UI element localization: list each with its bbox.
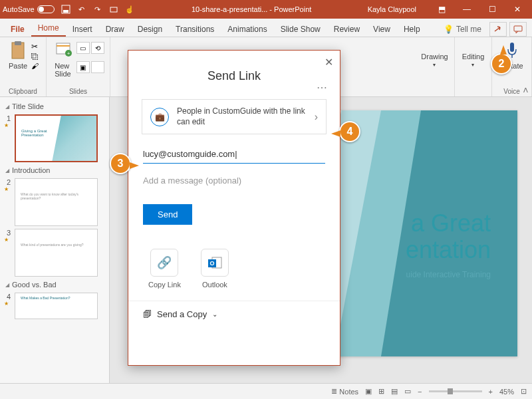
tab-draw[interactable]: Draw [99,22,131,37]
link-permissions-button[interactable]: 💼 People in CustomGuide with the link ca… [142,99,327,134]
send-link-dialog: ✕ Send Link ⋯ 💼 People in CustomGuide wi… [128,50,340,366]
send-a-copy-button[interactable]: 🗐 Send a Copy ⌄ [128,301,340,327]
zoom-in-button[interactable]: + [489,388,493,396]
copy-link-button[interactable]: 🔗 Copy Link [148,249,181,289]
dialog-more-icon[interactable]: ⋯ [317,81,328,94]
section-icon[interactable]: ▣ [76,61,90,73]
copy-icon[interactable]: ⿻ [31,53,39,61]
section-introduction[interactable]: Introduction [4,164,109,177]
normal-view-icon[interactable]: ▣ [365,387,372,396]
slide-subtitle: uide Interactive Training [406,270,491,279]
lightbulb-icon: 💡 [444,25,454,34]
tab-home[interactable]: Home [31,21,66,37]
tab-transitions[interactable]: Transitions [169,22,221,37]
format-painter-icon[interactable]: 🖌 [31,62,39,70]
svg-rect-3 [514,26,522,31]
new-slide-icon: + [54,41,72,61]
animation-star-icon: ★ [4,301,11,307]
link-icon: 🔗 [150,249,178,277]
redo-icon[interactable]: ↷ [92,3,104,15]
save-icon[interactable] [60,3,72,15]
zoom-out-button[interactable]: − [418,388,422,396]
thumb-number: 2 [4,178,11,186]
status-bar: ≣ Notes ▣ ⊞ ▤ ▭ − + 45% ⊡ [0,383,532,399]
dialog-close-button[interactable]: ✕ [325,56,333,68]
clipboard-icon [9,41,27,61]
paste-button[interactable]: Paste [7,39,29,71]
send-button[interactable]: Send [143,204,192,225]
outlook-icon: O [201,249,229,277]
window-options-icon[interactable]: ⬒ [430,0,454,19]
permission-text: People in CustomGuide with the link can … [177,106,307,127]
email-input[interactable]: lucy@customguide.com [143,145,325,164]
section-good-vs-bad[interactable]: Good vs. Bad [4,278,109,291]
layout-icon[interactable]: ▭ [76,42,90,54]
tab-insert[interactable]: Insert [66,22,99,37]
editing-button[interactable]: Editing▾ [461,51,486,69]
tab-design[interactable]: Design [131,22,169,37]
tab-file[interactable]: File [4,22,31,37]
chevron-right-icon: › [315,111,318,123]
reading-view-icon[interactable]: ▤ [391,387,398,396]
section-title-slide[interactable]: Title Slide [4,100,109,113]
callout-4: 4 [339,121,360,142]
slide-title: a Great entation [406,210,491,263]
maximize-icon[interactable]: ☐ [480,0,504,19]
slide-thumb-2[interactable]: What do you want to know after today's p… [15,178,98,226]
autosave-toggle[interactable]: AutoSave [3,5,55,13]
touch-icon[interactable]: ☝ [124,3,136,15]
thumb-number: 4 [4,293,11,301]
drawing-button[interactable]: Drawing▾ [420,51,449,69]
comments-button[interactable] [509,22,527,37]
animation-star-icon: ★ [4,237,11,243]
user-name[interactable]: Kayla Claypool [368,5,416,13]
cut-icon[interactable]: ✂ [31,42,39,51]
sorter-view-icon[interactable]: ⊞ [378,387,384,396]
tab-review[interactable]: Review [327,22,366,37]
slide-thumb-4[interactable]: What Makes a Bad Presentation? [15,293,98,319]
close-icon[interactable]: ✕ [505,0,529,19]
svg-text:+: + [66,51,70,57]
callout-2: 2 [491,53,512,74]
zoom-label[interactable]: 45% [499,388,514,396]
slide-thumbnails: Title Slide 1★ Giving a Great Presentati… [0,97,110,383]
group-label-slides: Slides [69,88,87,96]
title-center: 10-share-a-presentati... - PowerPoint [136,5,368,13]
thumb-number: 3 [4,229,11,237]
message-input[interactable]: Add a message (optional) [143,176,325,186]
svg-rect-5 [15,41,21,45]
undo-icon[interactable]: ↶ [76,3,88,15]
slide-thumb-3[interactable]: What kind of presentations are you givin… [15,229,98,277]
tell-me[interactable]: 💡Tell me [437,22,488,37]
dialog-title: Send Link [128,51,340,88]
zoom-slider[interactable] [429,390,482,392]
svg-text:O: O [209,260,214,267]
thumb-number: 1 [4,114,11,122]
svg-rect-2 [110,7,117,12]
callout-3: 3 [110,153,131,174]
tab-view[interactable]: View [366,22,397,37]
collapse-ribbon-icon[interactable]: ᐱ [523,86,528,94]
notes-button[interactable]: ≣ Notes [331,387,358,396]
ribbon-tabs: File Home Insert Draw Design Transitions… [0,19,532,37]
tab-animations[interactable]: Animations [221,22,273,37]
animation-star-icon: ★ [4,122,11,128]
reset-icon[interactable]: ⟲ [91,42,104,54]
share-button[interactable] [489,22,507,37]
minimize-icon[interactable]: — [455,0,479,19]
new-slide-button[interactable]: + New Slide [53,39,74,79]
fit-window-icon[interactable]: ⊡ [521,387,527,396]
tab-slideshow[interactable]: Slide Show [274,22,327,37]
slide-thumb-1[interactable]: Giving a Great Presentation [15,114,98,162]
start-icon[interactable] [108,3,120,15]
outlook-button[interactable]: O Outlook [201,249,229,289]
group-label-clipboard: Clipboard [9,88,37,96]
tab-help[interactable]: Help [397,22,427,37]
group-label-voice: Voice [503,88,519,96]
page-icon: 🗐 [143,309,152,319]
svg-rect-7 [57,45,70,47]
slideshow-view-icon[interactable]: ▭ [404,387,411,396]
briefcase-icon: 💼 [150,108,169,126]
titlebar: AutoSave ↶ ↷ ☝ 10-share-a-presentati... … [0,0,532,19]
svg-rect-1 [63,10,68,13]
